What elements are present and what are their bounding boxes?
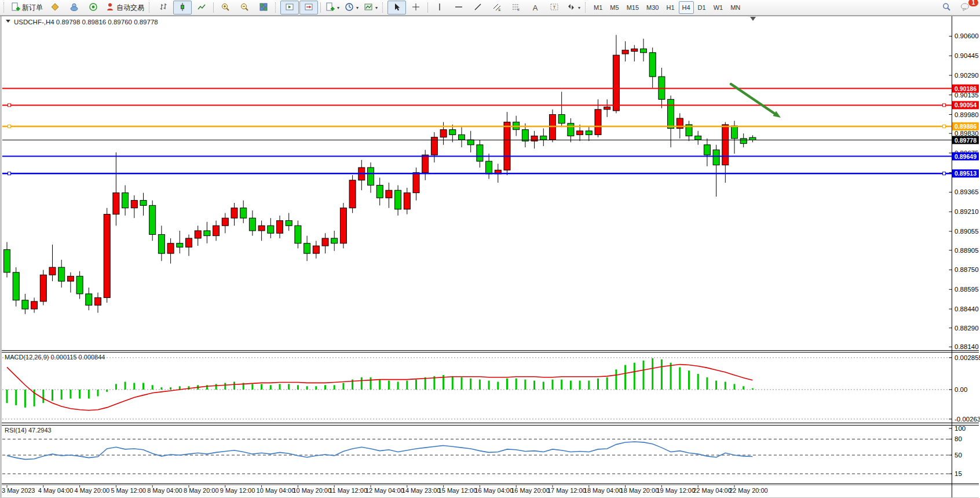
candle[interactable] <box>376 186 383 198</box>
candle[interactable] <box>122 193 129 208</box>
timeframe-W1[interactable]: W1 <box>710 1 727 14</box>
candle[interactable] <box>641 49 647 53</box>
candle[interactable] <box>149 205 156 234</box>
market-watch-button[interactable] <box>46 1 64 14</box>
trendline-button[interactable] <box>469 1 487 14</box>
candle[interactable] <box>595 110 601 135</box>
candle[interactable] <box>177 243 183 248</box>
chart-shift-button[interactable] <box>299 1 318 14</box>
candle[interactable] <box>222 218 228 226</box>
candle[interactable] <box>258 226 265 231</box>
fibonacci-button[interactable]: F <box>507 1 525 14</box>
candle[interactable] <box>40 275 46 301</box>
candle[interactable] <box>22 300 28 309</box>
candle[interactable] <box>331 238 338 243</box>
candle[interactable] <box>404 193 410 209</box>
line-chart-button[interactable] <box>192 1 211 14</box>
candle[interactable] <box>695 136 701 140</box>
candle[interactable] <box>477 145 483 161</box>
candle[interactable] <box>422 155 429 173</box>
toolbar-grip[interactable] <box>3 2 6 13</box>
auto-scroll-button[interactable] <box>280 1 299 14</box>
candle[interactable] <box>649 53 656 77</box>
line-handle[interactable] <box>8 104 11 107</box>
line-handle[interactable] <box>943 104 946 107</box>
timeframe-M1[interactable]: M1 <box>590 1 606 14</box>
candle[interactable] <box>368 168 374 186</box>
candle[interactable] <box>195 231 201 238</box>
tile-windows-button[interactable] <box>254 1 273 14</box>
candle[interactable] <box>386 190 392 198</box>
toolbar-grip[interactable] <box>275 2 278 13</box>
candle[interactable] <box>449 130 456 135</box>
candle[interactable] <box>49 267 56 275</box>
timeframe-D1[interactable]: D1 <box>694 1 710 14</box>
candle[interactable] <box>158 234 164 253</box>
zoom-out-button[interactable] <box>235 1 254 14</box>
candle[interactable] <box>186 238 192 247</box>
candle[interactable] <box>577 131 583 135</box>
timeframe-M30[interactable]: M30 <box>643 1 662 14</box>
candle[interactable] <box>459 135 465 140</box>
timeframe-H1[interactable]: H1 <box>663 1 678 14</box>
line-handle[interactable] <box>943 172 946 175</box>
candle[interactable] <box>286 221 292 226</box>
line-handle[interactable] <box>943 125 946 128</box>
toolbar-grip[interactable] <box>585 2 588 13</box>
arrows-tool-button[interactable]: ▾ <box>564 1 583 14</box>
zoom-in-button[interactable] <box>216 1 235 14</box>
candle[interactable] <box>86 294 92 306</box>
candle[interactable] <box>204 231 210 236</box>
signals-button[interactable] <box>84 1 103 14</box>
timeframe-H4[interactable]: H4 <box>679 1 694 14</box>
candle[interactable] <box>613 55 619 111</box>
periods-button[interactable]: ▾ <box>342 1 361 14</box>
toolbar-grip[interactable] <box>382 2 385 13</box>
indicators-button[interactable]: ▾ <box>323 1 342 14</box>
bar-chart-button[interactable] <box>154 1 173 14</box>
candle[interactable] <box>558 115 565 123</box>
candle[interactable] <box>58 267 65 281</box>
candle[interactable] <box>349 180 356 208</box>
timeframe-M5[interactable]: M5 <box>606 1 622 14</box>
candle[interactable] <box>304 243 310 253</box>
candle[interactable] <box>740 139 747 144</box>
vertical-line-button[interactable] <box>430 1 449 14</box>
candle[interactable] <box>13 272 19 300</box>
timeframe-MN[interactable]: MN <box>727 1 744 14</box>
candle[interactable] <box>732 126 738 139</box>
candle[interactable] <box>95 297 101 305</box>
candle[interactable] <box>440 130 447 137</box>
templates-button[interactable]: ▾ <box>361 1 380 14</box>
candle[interactable] <box>213 226 220 235</box>
search-button[interactable] <box>937 1 956 14</box>
candle[interactable] <box>140 201 147 206</box>
cursor-button[interactable] <box>387 1 406 14</box>
candle[interactable] <box>522 130 528 141</box>
line-handle[interactable] <box>8 172 11 175</box>
text-label-button[interactable]: T <box>545 1 564 14</box>
candle[interactable] <box>249 218 255 231</box>
candle[interactable] <box>322 238 328 246</box>
candle[interactable] <box>668 99 674 128</box>
toolbar-grip[interactable] <box>149 2 152 13</box>
text-button[interactable]: A <box>526 1 544 14</box>
candle[interactable] <box>749 137 756 140</box>
candle[interactable] <box>76 276 83 294</box>
autotrading-button[interactable]: 自动交易 <box>103 1 147 14</box>
line-handle[interactable] <box>8 125 11 128</box>
candle[interactable] <box>568 123 574 136</box>
candle[interactable] <box>167 243 174 253</box>
timeframe-M15[interactable]: M15 <box>623 1 642 14</box>
new-order-button[interactable]: 新订单 <box>9 1 45 14</box>
candle[interactable] <box>4 250 10 272</box>
candle[interactable] <box>550 115 556 140</box>
candle[interactable] <box>104 215 110 298</box>
candle[interactable] <box>540 136 547 140</box>
candle[interactable] <box>713 150 719 165</box>
candle[interactable] <box>240 208 247 218</box>
candle[interactable] <box>395 190 401 209</box>
candle[interactable] <box>413 173 419 193</box>
candle[interactable] <box>722 125 729 165</box>
chat-button[interactable]: 1 <box>956 1 975 14</box>
